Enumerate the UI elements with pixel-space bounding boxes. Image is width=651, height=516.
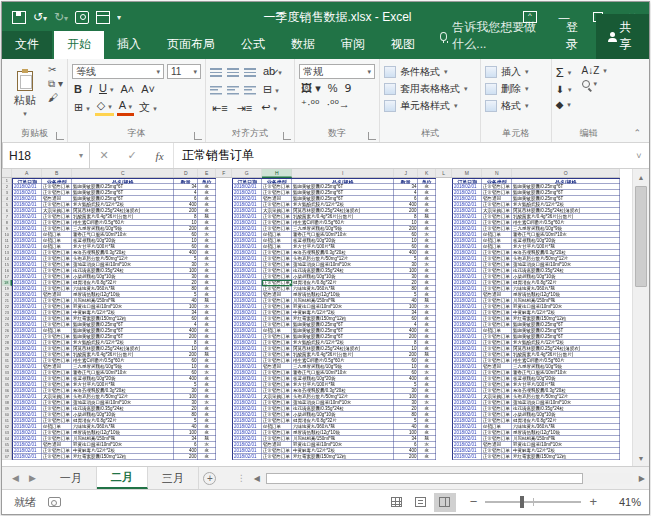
zoom-slider-thumb[interactable] <box>520 496 524 508</box>
insert-cells-button[interactable]: 插入 ▾ <box>485 65 529 79</box>
column-header-K[interactable]: K <box>418 169 436 178</box>
normal-view-button[interactable] <box>386 493 408 512</box>
increase-font-icon[interactable]: A˄ <box>119 83 137 96</box>
fill-color-icon[interactable]: ◇ ▾ <box>95 99 114 116</box>
column-header-J[interactable]: J <box>394 169 418 178</box>
redo-icon[interactable]: ↻▾ <box>54 11 68 24</box>
new-sheet-button[interactable]: + <box>199 467 221 489</box>
delete-cells-button[interactable]: 删除 ▾ <box>485 82 529 96</box>
cell[interactable]: 正常销售订单 <box>482 454 512 460</box>
cell[interactable]: 盒 <box>198 454 216 460</box>
column-header-L[interactable]: L <box>436 169 452 178</box>
sign-in-button[interactable]: 登录 <box>554 14 597 59</box>
increase-indent-icon[interactable]: ⇥≡ <box>235 102 255 115</box>
italic-button[interactable]: I <box>87 83 94 96</box>
sort-filter-button[interactable]: A↓Z ▾ <box>582 65 607 76</box>
cell[interactable]: 罗红霉素胶囊/150mg*12粒 <box>512 454 620 460</box>
scroll-up-icon[interactable]: ▲ <box>633 169 649 185</box>
increase-decimal-icon[interactable]: ⁺·⁰⁰ <box>299 98 321 111</box>
align-bottom-icon[interactable] <box>244 68 256 77</box>
sheet-nav-right-icon[interactable]: ▶ <box>29 473 36 483</box>
font-color-icon[interactable]: A ▾ <box>117 99 134 116</box>
zoom-slider[interactable] <box>485 501 581 503</box>
wrap-text-icon[interactable]: ↩ ▾ <box>259 101 279 115</box>
bold-button[interactable]: B <box>72 83 84 96</box>
tab-插入[interactable]: 插入 <box>104 31 154 59</box>
column-header-H[interactable]: H <box>262 169 292 178</box>
autosum-button[interactable]: Σ ▾ <box>556 65 572 80</box>
find-select-button[interactable]: ▾ <box>582 80 607 88</box>
scroll-down-icon[interactable]: ▼ <box>633 450 649 466</box>
column-header-A[interactable]: A <box>12 169 42 178</box>
cell[interactable]: 2018/02/01 <box>12 454 42 460</box>
decrease-font-icon[interactable]: A˅ <box>139 83 157 96</box>
tab-审阅[interactable]: 审阅 <box>328 31 378 59</box>
tab-file[interactable]: 文件 <box>2 31 52 59</box>
cell[interactable]: 正常销售订单 <box>262 454 292 460</box>
tab-数据[interactable]: 数据 <box>278 31 328 59</box>
scroll-right-icon[interactable]: ▶ <box>635 474 649 483</box>
share-button[interactable]: 共享 <box>596 14 649 59</box>
format-painter-button[interactable]: 🖌 <box>48 92 63 103</box>
cell-styles-button[interactable]: 单元格样式 ▾ <box>384 99 468 113</box>
empty-cell[interactable] <box>436 454 452 460</box>
align-top-icon[interactable] <box>210 68 222 77</box>
vertical-scrollbar[interactable]: ▲ ▼ <box>632 169 649 466</box>
column-header-B[interactable]: B <box>42 169 72 178</box>
save-icon[interactable] <box>12 11 26 24</box>
zoom-out-button[interactable]: − <box>470 497 478 507</box>
cell[interactable]: 200 <box>174 454 198 460</box>
page-break-view-button[interactable] <box>434 493 456 512</box>
align-center-icon[interactable] <box>227 86 239 95</box>
decrease-indent-icon[interactable]: ⇤≡ <box>210 102 230 115</box>
sheet-nav-left-icon[interactable]: ◀ <box>12 473 19 483</box>
cell[interactable]: 正常销售订单 <box>42 454 72 460</box>
column-header-N[interactable]: N <box>482 169 512 178</box>
name-box[interactable]: H18 ▾ <box>2 143 90 168</box>
decrease-decimal-icon[interactable]: ·⁰⁰→ <box>324 98 351 111</box>
percent-style-button[interactable]: % <box>326 82 340 95</box>
alignment-dialog-launcher[interactable] <box>283 132 291 140</box>
cell[interactable]: 罗红霉素胶囊/150mg*12粒 <box>292 454 394 460</box>
underline-button[interactable]: U ▾ <box>97 82 116 96</box>
horizontal-scroll-thumb[interactable] <box>266 473 583 484</box>
table-view-icon[interactable] <box>96 11 110 24</box>
accounting-format-icon[interactable]: 🖼 ▾ <box>299 82 323 95</box>
fill-button[interactable]: ⬇ ▾ <box>556 84 572 95</box>
comma-style-button[interactable]: 𝟫 <box>342 82 353 95</box>
select-all-corner[interactable] <box>2 169 12 178</box>
format-cells-button[interactable]: 格式 ▾ <box>485 99 529 113</box>
row-header-47[interactable]: 47 <box>2 454 12 460</box>
font-name-combo[interactable]: 等线▾ <box>72 64 164 79</box>
align-left-icon[interactable] <box>210 86 222 95</box>
conditional-formatting-button[interactable]: 条件格式 ▾ <box>384 65 468 79</box>
column-header-M[interactable]: M <box>452 169 482 178</box>
column-header-O[interactable]: O <box>512 169 620 178</box>
sheet-tab-一月[interactable]: 一月 <box>46 467 97 489</box>
column-header-F[interactable]: F <box>216 169 232 178</box>
collapse-ribbon-icon[interactable]: ⌃ <box>625 128 649 142</box>
cancel-entry-icon[interactable]: ✕ <box>99 149 108 162</box>
paste-button[interactable]: 粘贴 ▾ <box>6 62 44 126</box>
phonetic-guide-icon[interactable]: 文 ▾ <box>137 101 159 115</box>
tab-页面布局[interactable]: 页面布局 <box>154 31 228 59</box>
camera-icon[interactable] <box>75 11 89 24</box>
formula-content[interactable]: 正常销售订单 <box>174 143 629 168</box>
tab-视图[interactable]: 视图 <box>378 31 428 59</box>
insert-function-icon[interactable]: fx <box>156 150 164 162</box>
column-header-G[interactable]: G <box>232 169 262 178</box>
number-format-combo[interactable]: 常规▾ <box>299 64 375 79</box>
font-dialog-launcher[interactable] <box>194 132 202 140</box>
format-as-table-button[interactable]: 套用表格格式 ▾ <box>384 82 468 96</box>
cell[interactable]: 盒 <box>418 454 436 460</box>
page-layout-view-button[interactable] <box>410 493 432 512</box>
cell[interactable]: 2018/02/01 <box>452 454 482 460</box>
qat-customize-icon[interactable]: ▾ <box>117 13 121 22</box>
font-size-combo[interactable]: 11▾ <box>167 64 201 79</box>
align-middle-icon[interactable] <box>227 68 239 77</box>
borders-icon[interactable]: ⊞ ▾ <box>72 101 92 115</box>
zoom-in-button[interactable]: + <box>589 497 597 507</box>
cut-button[interactable]: ✂ <box>48 64 63 75</box>
sheet-tab-三月[interactable]: 三月 <box>148 467 199 489</box>
macro-record-icon[interactable] <box>48 497 61 507</box>
